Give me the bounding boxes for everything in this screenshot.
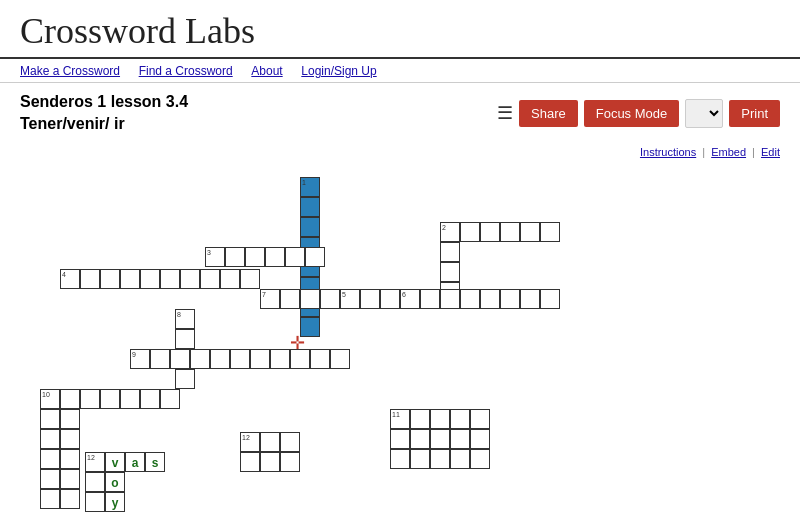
cell-11v-8[interactable]: [410, 449, 430, 469]
cell-5-1[interactable]: 5: [340, 289, 360, 309]
cell-9-1[interactable]: 9: [130, 349, 150, 369]
cell-9-10[interactable]: [310, 349, 330, 369]
cell-5-3[interactable]: [380, 289, 400, 309]
cell-11v-4[interactable]: [430, 429, 450, 449]
cell-6-2[interactable]: [420, 289, 440, 309]
cell-7-1[interactable]: 7: [260, 289, 280, 309]
cell-4-3[interactable]: [100, 269, 120, 289]
cell-1-1[interactable]: 1: [300, 177, 320, 197]
cell-9-11[interactable]: [330, 349, 350, 369]
cell-10-3[interactable]: [80, 389, 100, 409]
cell-r3[interactable]: [480, 289, 500, 309]
cell-bl-4[interactable]: [60, 429, 80, 449]
cell-3-6[interactable]: [305, 247, 325, 267]
embed-link[interactable]: Embed: [711, 146, 746, 158]
dropdown-select[interactable]: [685, 99, 723, 128]
cell-10-6[interactable]: [140, 389, 160, 409]
cell-11-4[interactable]: [450, 409, 470, 429]
cell-r1[interactable]: [440, 289, 460, 309]
cell-3-4[interactable]: [265, 247, 285, 267]
nav-find[interactable]: Find a Crossword: [139, 64, 233, 78]
cell-3-5[interactable]: [285, 247, 305, 267]
instructions-link[interactable]: Instructions: [640, 146, 696, 158]
nav-make[interactable]: Make a Crossword: [20, 64, 120, 78]
crossword-grid[interactable]: 1 2 3 4 5: [20, 172, 640, 512]
print-button[interactable]: Print: [729, 100, 780, 127]
cell-11-5[interactable]: [470, 409, 490, 429]
cell-r6[interactable]: [540, 289, 560, 309]
cell-8-4[interactable]: [175, 369, 195, 389]
cell-7-4[interactable]: [320, 289, 340, 309]
cell-bl-3[interactable]: [40, 429, 60, 449]
cell-bl-1[interactable]: [40, 409, 60, 429]
cell-12a-2[interactable]: v: [105, 452, 125, 472]
cell-bl-9[interactable]: [40, 489, 60, 509]
cell-bl-5[interactable]: [40, 449, 60, 469]
cell-bl-10[interactable]: [60, 489, 80, 509]
cell-r2[interactable]: [460, 289, 480, 309]
cell-5-2[interactable]: [360, 289, 380, 309]
cell-12a-8[interactable]: y: [105, 492, 125, 512]
cell-2-2[interactable]: [460, 222, 480, 242]
cell-2v-3[interactable]: [440, 262, 460, 282]
cell-2-4[interactable]: [500, 222, 520, 242]
hamburger-icon[interactable]: ☰: [497, 102, 513, 124]
cell-r5[interactable]: [520, 289, 540, 309]
cell-11v-6[interactable]: [470, 429, 490, 449]
cell-3-1[interactable]: 3: [205, 247, 225, 267]
cell-10-4[interactable]: [100, 389, 120, 409]
cell-11v-9[interactable]: [430, 449, 450, 469]
focus-mode-button[interactable]: Focus Mode: [584, 100, 680, 127]
cell-9-2[interactable]: [150, 349, 170, 369]
cell-2-5[interactable]: [520, 222, 540, 242]
cell-2-6[interactable]: [540, 222, 560, 242]
cell-12-3[interactable]: [280, 432, 300, 452]
cell-10-2[interactable]: [60, 389, 80, 409]
cell-8-1[interactable]: 8: [175, 309, 195, 329]
cell-9-8[interactable]: [270, 349, 290, 369]
cell-11v-11[interactable]: [470, 449, 490, 469]
cell-11-2[interactable]: [410, 409, 430, 429]
nav-login[interactable]: Login/Sign Up: [301, 64, 376, 78]
cell-10-5[interactable]: [120, 389, 140, 409]
cell-7-3[interactable]: [300, 289, 320, 309]
cell-bl-8[interactable]: [60, 469, 80, 489]
cell-12a-1[interactable]: 12: [85, 452, 105, 472]
cell-12-2[interactable]: [260, 432, 280, 452]
cell-3-3[interactable]: [245, 247, 265, 267]
cell-2-1[interactable]: 2: [440, 222, 460, 242]
cell-11v-3[interactable]: [410, 429, 430, 449]
cell-4-5[interactable]: [140, 269, 160, 289]
nav-about[interactable]: About: [251, 64, 282, 78]
cell-4-10[interactable]: [240, 269, 260, 289]
cell-2-3[interactable]: [480, 222, 500, 242]
cell-4-2[interactable]: [80, 269, 100, 289]
cell-4-4[interactable]: [120, 269, 140, 289]
cell-6-1[interactable]: 6: [400, 289, 420, 309]
edit-link[interactable]: Edit: [761, 146, 780, 158]
cell-12v-3[interactable]: [260, 452, 280, 472]
cell-4-1[interactable]: 4: [60, 269, 80, 289]
cell-1-3[interactable]: [300, 217, 320, 237]
cell-11v-2[interactable]: [390, 429, 410, 449]
cell-1-2[interactable]: [300, 197, 320, 217]
cell-4-8[interactable]: [200, 269, 220, 289]
cell-10-7[interactable]: [160, 389, 180, 409]
share-button[interactable]: Share: [519, 100, 578, 127]
cell-7-2[interactable]: [280, 289, 300, 309]
cell-4-7[interactable]: [180, 269, 200, 289]
cell-11v-7[interactable]: [390, 449, 410, 469]
cell-8-2[interactable]: [175, 329, 195, 349]
cell-11v-10[interactable]: [450, 449, 470, 469]
cell-12-1[interactable]: 12: [240, 432, 260, 452]
cell-3-2[interactable]: [225, 247, 245, 267]
cell-12a-4[interactable]: s: [145, 452, 165, 472]
cell-9-5[interactable]: [210, 349, 230, 369]
cell-11-3[interactable]: [430, 409, 450, 429]
cell-11-1[interactable]: 11: [390, 409, 410, 429]
cell-4-6[interactable]: [160, 269, 180, 289]
cell-12a-3[interactable]: a: [125, 452, 145, 472]
cell-12a-5[interactable]: [85, 472, 105, 492]
cell-9-7[interactable]: [250, 349, 270, 369]
cell-12a-6[interactable]: o: [105, 472, 125, 492]
